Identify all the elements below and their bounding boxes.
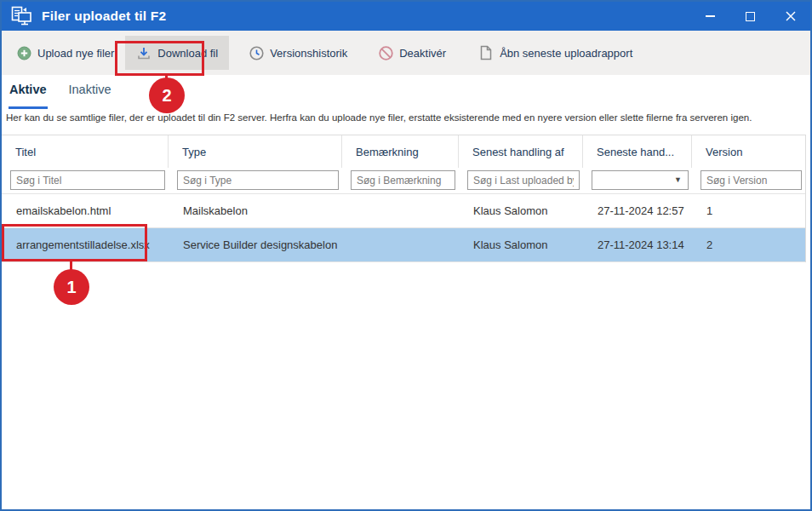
cell-version: 2 [692, 228, 805, 261]
grid-header-row: Titel Type Bemærkning Senest handling af… [2, 135, 805, 168]
maximize-icon [746, 12, 755, 21]
cell-bemaerkning [342, 228, 459, 261]
window-controls [690, 2, 810, 31]
minimize-button[interactable] [690, 2, 730, 31]
cell-titel: arrangementstilladelse.xlsx [2, 228, 169, 261]
chevron-down-icon: ▼ [674, 176, 682, 184]
cell-senest-handling-af: Klaus Salomon [459, 194, 583, 227]
upload-nye-filer-button[interactable]: Upload nye filer [5, 36, 125, 70]
maximize-button[interactable] [730, 2, 770, 31]
window-title: Filer uploadet til F2 [42, 9, 166, 24]
cell-seneste-handling: 27-11-2024 13:14 [583, 228, 692, 261]
toolbar-label: Deaktivér [399, 47, 446, 60]
tab-aktive[interactable]: Aktive [9, 75, 47, 109]
toolbar-label: Download fil [157, 47, 218, 60]
table-row-emailskabelon[interactable]: emailskabelon.html Mailskabelon Klaus Sa… [2, 194, 805, 228]
aabn-seneste-uploadrapport-button[interactable]: Åbn seneste uploadrapport [467, 36, 643, 70]
column-header-seneste-handling[interactable]: Seneste hand... [583, 135, 692, 168]
titel-filter-input[interactable] [10, 170, 165, 190]
table-row-arrangementstilladelse[interactable]: arrangementstilladelse.xlsx Service Buil… [2, 228, 805, 262]
app-icon [11, 6, 33, 26]
grid-filter-row: ▼ [2, 168, 805, 194]
download-icon [136, 45, 152, 60]
cell-type: Mailskabelon [169, 194, 342, 227]
type-filter-input[interactable] [177, 170, 339, 190]
cell-bemaerkning [342, 194, 459, 227]
deaktiver-button[interactable]: Deaktivér [367, 36, 457, 70]
toolbar-label: Versionshistorik [270, 47, 347, 60]
app-window: Filer uploadet til F2 Upload nye fil [0, 0, 812, 511]
minimize-icon [706, 15, 715, 17]
toolbar-label: Åbn seneste uploadrapport [500, 47, 632, 60]
cell-version: 1 [692, 194, 805, 227]
page-description: Her kan du se samtlige filer, der er upl… [6, 112, 809, 123]
plus-circle-icon [16, 45, 31, 60]
annotation-callout-1: 1 [54, 269, 89, 305]
cell-titel: emailskabelon.html [2, 194, 169, 227]
column-header-bemaerkning[interactable]: Bemærkning [342, 135, 459, 168]
versionshistorik-button[interactable]: Versionshistorik [237, 36, 358, 70]
document-icon [478, 45, 494, 60]
close-icon [786, 11, 796, 21]
download-fil-button[interactable]: Download fil [125, 36, 229, 70]
cell-seneste-handling: 27-11-2024 12:57 [583, 194, 692, 227]
column-header-type[interactable]: Type [169, 135, 342, 168]
toolbar-label: Upload nye filer [37, 47, 114, 60]
seneste-handling-filter-dropdown[interactable]: ▼ [592, 170, 689, 190]
titlebar: Filer uploadet til F2 [2, 2, 810, 31]
prohibition-icon [378, 45, 393, 60]
column-header-titel[interactable]: Titel [2, 135, 169, 168]
tab-inaktive[interactable]: Inaktive [69, 75, 112, 109]
cell-type: Service Builder designskabelon [169, 228, 342, 261]
cell-senest-handling-af: Klaus Salomon [459, 228, 583, 261]
version-filter-input[interactable] [700, 170, 802, 190]
column-header-senest-handling-af[interactable]: Senest handling af [459, 135, 583, 168]
files-grid: Titel Type Bemærkning Senest handling af… [2, 135, 806, 262]
clock-icon [249, 45, 264, 60]
senest-handling-af-filter-input[interactable] [467, 170, 580, 190]
toolbar: Upload nye filer Download fil Versionshi… [2, 31, 810, 75]
close-button[interactable] [770, 2, 810, 31]
tab-bar: Aktive Inaktive [2, 75, 810, 109]
column-header-version[interactable]: Version [692, 135, 805, 168]
bemaerkning-filter-input[interactable] [351, 170, 455, 190]
